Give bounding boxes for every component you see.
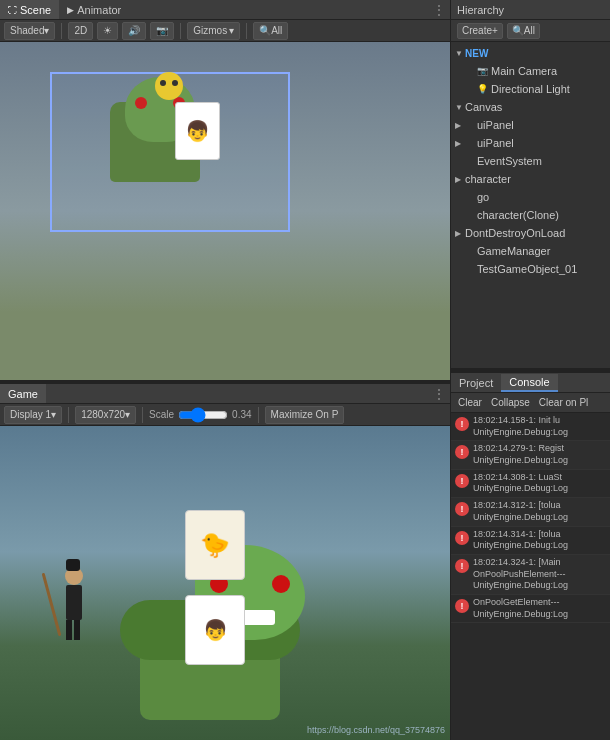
console-entry-1[interactable]: ! 18:02:14.279-1: RegistUnityEngine.Debu…: [451, 441, 610, 469]
hierarchy-item-gamemanager[interactable]: GameManager: [451, 242, 610, 260]
console-entry-5[interactable]: ! 18:02:14.324-1: [MainOnPoolPushElement…: [451, 555, 610, 595]
light-icon-hier: 💡: [477, 84, 488, 94]
scene-panel: ⛶ Scene ▶ Animator ⋮ Shaded ▾ 2D ☀: [0, 0, 450, 380]
scale-slider[interactable]: [178, 410, 228, 420]
hierarchy-item-go[interactable]: go: [451, 188, 610, 206]
console-entries: ! 18:02:14.158-1: Init luUnityEngine.Deb…: [451, 413, 610, 740]
hierarchy-item-canvas[interactable]: ▼ Canvas: [451, 98, 610, 116]
console-entry-0[interactable]: ! 18:02:14.158-1: Init luUnityEngine.Deb…: [451, 413, 610, 441]
tab-game[interactable]: Game: [0, 384, 46, 403]
uipanel1-arrow: ▶: [455, 121, 465, 130]
console-collapse-button[interactable]: Collapse: [488, 396, 533, 409]
collapse-label: Collapse: [491, 397, 530, 408]
audio-button[interactable]: 🔊: [122, 22, 146, 40]
right-panel: Hierarchy Create+ 🔍 All ▼ NEW 📷 Main Cam: [450, 0, 610, 740]
hierarchy-item-testgameobject[interactable]: TestGameObject_01: [451, 260, 610, 278]
tab-animator[interactable]: ▶ Animator: [59, 0, 129, 19]
watermark: https://blog.csdn.net/qq_37574876: [307, 725, 445, 735]
hierarchy-all-button[interactable]: 🔍 All: [507, 23, 540, 39]
gizmos-arrow-icon: ▾: [229, 25, 234, 36]
dontdestroy-arrow: ▶: [455, 229, 465, 238]
resolution-button[interactable]: 1280x720 ▾: [75, 406, 136, 424]
hierarchy-new-group[interactable]: ▼ NEW: [451, 44, 610, 62]
panel-controls: ⋮: [432, 2, 450, 18]
hierarchy-item-character-clone[interactable]: character(Clone): [451, 206, 610, 224]
console-entry-3[interactable]: ! 18:02:14.312-1: [toluaUnityEngine.Debu…: [451, 498, 610, 526]
character-arrow: ▶: [455, 175, 465, 184]
game-sep3: [258, 407, 259, 423]
game-tabs: Game ⋮: [0, 384, 450, 404]
left-panel: ⛶ Scene ▶ Animator ⋮ Shaded ▾ 2D ☀: [0, 0, 450, 740]
uipanel2-arrow: ▶: [455, 139, 465, 148]
eventsystem-label: EventSystem: [477, 155, 542, 167]
console-clear-button[interactable]: Clear: [455, 396, 485, 409]
sep3: [246, 23, 247, 39]
card-sprite: 👦: [175, 102, 220, 160]
hierarchy-item-eventsystem[interactable]: EventSystem: [451, 152, 610, 170]
display-button[interactable]: Display 1 ▾: [4, 406, 62, 424]
yellow-head: [155, 72, 183, 100]
new-group-arrow: ▼: [455, 49, 465, 58]
game-panel-menu-icon[interactable]: ⋮: [432, 386, 446, 402]
hierarchy-item-directional-light[interactable]: 💡 Directional Light: [451, 80, 610, 98]
display-arrow-icon: ▾: [51, 409, 56, 420]
light-button[interactable]: ☀: [97, 22, 118, 40]
console-text-0: 18:02:14.158-1: Init luUnityEngine.Debug…: [473, 415, 568, 438]
hierarchy-item-main-camera[interactable]: 📷 Main Camera: [451, 62, 610, 80]
shaded-label: Shaded: [10, 25, 44, 36]
game-view: 🐤 👦 https://blog.csdn.net/qq_37574876: [0, 426, 450, 740]
scale-label: Scale: [149, 409, 174, 420]
all-label: All: [524, 25, 535, 36]
resolution-arrow-icon: ▾: [125, 409, 130, 420]
gizmos-button[interactable]: Gizmos ▾: [187, 22, 240, 40]
audio-icon: 🔊: [128, 25, 140, 36]
sep1: [61, 23, 62, 39]
warrior-body: [66, 585, 82, 620]
maximize-label: Maximize On P: [271, 409, 339, 420]
all-tag-button[interactable]: 🔍 All: [253, 22, 288, 40]
game-card-1-icon: 🐤: [200, 531, 230, 559]
scale-value: 0.34: [232, 409, 251, 420]
console-text-1: 18:02:14.279-1: RegistUnityEngine.Debug:…: [473, 443, 568, 466]
game-warrior: [65, 567, 83, 640]
warrior-legs: [66, 620, 82, 640]
console-tabs: Project Console: [451, 373, 610, 393]
hierarchy-item-uipanel2[interactable]: ▶ uiPanel: [451, 134, 610, 152]
console-text-6: OnPoolGetElement---UnityEngine.Debug:Log: [473, 597, 568, 620]
warrior-leg-right: [74, 620, 80, 640]
hierarchy-header: Hierarchy: [451, 0, 610, 20]
hierarchy-item-dontdestroy[interactable]: ▶ DontDestroyOnLoad: [451, 224, 610, 242]
hierarchy-create-button[interactable]: Create+: [457, 23, 503, 39]
search-icon-hier: 🔍: [512, 25, 524, 36]
console-entry-4[interactable]: ! 18:02:14.314-1: [toluaUnityEngine.Debu…: [451, 527, 610, 555]
animator-tab-icon: ▶: [67, 5, 74, 15]
2d-label: 2D: [74, 25, 87, 36]
console-toolbar: Clear Collapse Clear on Pl: [451, 393, 610, 413]
character-label: character: [465, 173, 511, 185]
directional-light-label: Directional Light: [491, 83, 570, 95]
2d-button[interactable]: 2D: [68, 22, 93, 40]
tab-project[interactable]: Project: [451, 375, 501, 391]
game-tab-label: Game: [8, 388, 38, 400]
uipanel2-label: uiPanel: [477, 137, 514, 149]
tab-scene[interactable]: ⛶ Scene: [0, 0, 59, 19]
card-icon: 👦: [185, 119, 210, 143]
console-entry-6[interactable]: ! OnPoolGetElement---UnityEngine.Debug:L…: [451, 595, 610, 623]
sep2: [180, 23, 181, 39]
hierarchy-item-character[interactable]: ▶ character: [451, 170, 610, 188]
console-entry-2[interactable]: ! 18:02:14.308-1: LuaStUnityEngine.Debug…: [451, 470, 610, 498]
warrior-leg-left: [66, 620, 72, 640]
tab-console[interactable]: Console: [501, 374, 557, 392]
light-icon: ☀: [103, 25, 112, 36]
gamemanager-label: GameManager: [477, 245, 550, 257]
shaded-button[interactable]: Shaded ▾: [4, 22, 55, 40]
camera-effects-button[interactable]: 📷: [150, 22, 174, 40]
hierarchy-item-uipanel1[interactable]: ▶ uiPanel: [451, 116, 610, 134]
maximize-button[interactable]: Maximize On P: [265, 406, 345, 424]
go-label: go: [477, 191, 489, 203]
console-clear-on-button[interactable]: Clear on Pl: [536, 396, 591, 409]
scene-character-sprite: 👦: [90, 62, 210, 182]
game-panel-controls: ⋮: [432, 386, 450, 402]
panel-menu-icon[interactable]: ⋮: [432, 2, 446, 18]
project-tab-label: Project: [459, 377, 493, 389]
